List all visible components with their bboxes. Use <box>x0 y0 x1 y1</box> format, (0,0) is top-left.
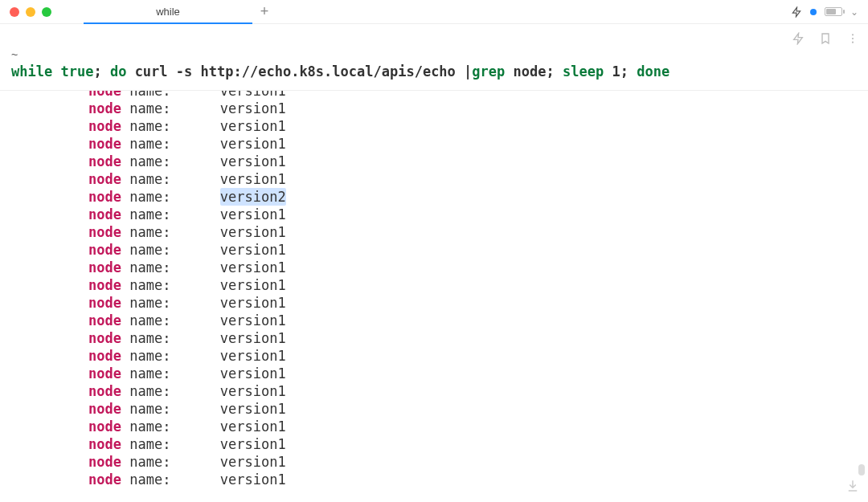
output-key: node <box>88 453 121 471</box>
output-row: node name: version1 <box>88 435 868 453</box>
output-key: node <box>88 471 121 488</box>
output-value: version1 <box>220 91 286 100</box>
token-pipe: | <box>464 63 472 82</box>
output-pad <box>170 471 219 488</box>
bolt-icon[interactable] <box>791 31 805 46</box>
scrollbar-thumb[interactable] <box>858 464 865 475</box>
window-controls <box>10 7 51 17</box>
output-pad <box>170 294 219 312</box>
output-row: node name: version1 <box>88 91 868 100</box>
output-label: name: <box>121 259 170 276</box>
chevron-down-icon[interactable]: ⌄ <box>850 6 858 18</box>
output-label: name: <box>121 135 170 153</box>
output-pad <box>170 91 219 100</box>
output-label: name: <box>121 294 170 312</box>
output-label: name: <box>121 418 170 435</box>
output-label: name: <box>121 206 170 223</box>
output-row: node name: version1 <box>88 471 868 488</box>
output-row: node name: version1 <box>88 241 868 259</box>
tabs: while + <box>84 0 276 23</box>
titlebar: while + ⌄ <box>0 0 868 24</box>
output-value: version1 <box>220 294 286 312</box>
output-pad <box>170 223 219 241</box>
output-label: name: <box>121 91 170 100</box>
minimize-dot[interactable] <box>26 7 35 17</box>
token-semicolon: ; <box>620 63 628 82</box>
svg-point-2 <box>852 42 854 43</box>
terminal-output[interactable]: node name: version1node name: version1no… <box>0 91 868 500</box>
output-value: version1 <box>220 418 286 435</box>
bookmark-icon[interactable] <box>818 31 833 46</box>
output-label: name: <box>121 312 170 329</box>
output-pad <box>170 400 219 418</box>
token-flag: -s <box>176 63 192 82</box>
output-value: version1 <box>220 259 286 276</box>
output-key: node <box>88 329 121 347</box>
new-tab-button[interactable]: + <box>252 0 276 23</box>
output-key: node <box>88 91 121 100</box>
output-pad <box>170 135 219 153</box>
output-row: node name: version1 <box>88 418 868 435</box>
token-do: do <box>110 63 126 82</box>
close-dot[interactable] <box>10 7 19 17</box>
token-semicolon: ; <box>547 63 555 82</box>
download-icon[interactable] <box>845 479 860 493</box>
output-value: version1 <box>220 153 286 170</box>
output-label: name: <box>121 188 170 206</box>
output-row: node name: version1 <box>88 206 868 223</box>
output-key: node <box>88 206 121 223</box>
tab-while[interactable]: while <box>84 0 252 23</box>
output-pad <box>170 153 219 170</box>
output-key: node <box>88 312 121 329</box>
output-value: version1 <box>220 100 286 117</box>
output-row: node name: version1 <box>88 365 868 382</box>
output-key: node <box>88 153 121 170</box>
output-value: version1 <box>220 329 286 347</box>
output-value: version1 <box>220 312 286 329</box>
output-value: version1 <box>220 435 286 453</box>
output-label: name: <box>121 241 170 259</box>
output-key: node <box>88 435 121 453</box>
output-label: name: <box>121 170 170 188</box>
bolt-icon[interactable] <box>791 6 802 18</box>
output-label: name: <box>121 117 170 135</box>
output-row: node name: version1 <box>88 170 868 188</box>
output-label: name: <box>121 276 170 294</box>
more-icon[interactable] <box>845 31 860 46</box>
command-line[interactable]: while true ; do curl -s http://echo.k8s.… <box>11 63 860 82</box>
output-row: node name: version1 <box>88 153 868 170</box>
output-pad <box>170 170 219 188</box>
output-row: node name: version1 <box>88 382 868 400</box>
output-row: node name: version1 <box>88 276 868 294</box>
output-pad <box>170 347 219 365</box>
output-value: version1 <box>220 170 286 188</box>
output-pad <box>170 312 219 329</box>
output-label: name: <box>121 453 170 471</box>
token-sleep: sleep <box>563 63 604 82</box>
svg-point-1 <box>852 38 854 39</box>
output-row: node name: version1 <box>88 294 868 312</box>
output-label: name: <box>121 153 170 170</box>
output-value: version2 <box>220 188 286 206</box>
output-pad <box>170 100 219 117</box>
output-key: node <box>88 241 121 259</box>
maximize-dot[interactable] <box>42 7 51 17</box>
output-pad <box>170 117 219 135</box>
token-while: while <box>11 63 52 82</box>
output-key: node <box>88 382 121 400</box>
titlebar-right: ⌄ <box>791 6 858 18</box>
output-value: version1 <box>220 365 286 382</box>
output-value: version1 <box>220 347 286 365</box>
output-key: node <box>88 276 121 294</box>
output-row: node name: version1 <box>88 259 868 276</box>
output-row: node name: version1 <box>88 117 868 135</box>
output-pad <box>170 259 219 276</box>
output-row: node name: version1 <box>88 223 868 241</box>
plus-icon: + <box>260 3 269 20</box>
output-label: name: <box>121 365 170 382</box>
svg-point-0 <box>852 34 854 35</box>
token-true: true <box>60 63 93 82</box>
output-pad <box>170 241 219 259</box>
output-row: node name: version1 <box>88 312 868 329</box>
output-row: node name: version2 <box>88 188 868 206</box>
